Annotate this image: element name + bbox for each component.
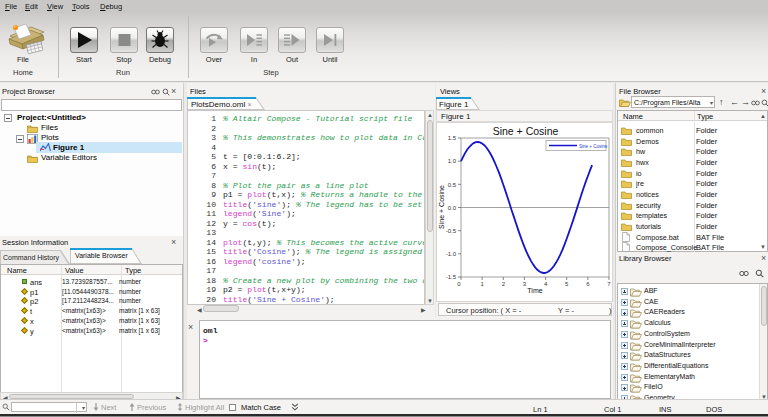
svg-text:Sine + Cosine: Sine + Cosine bbox=[438, 185, 445, 229]
svg-text:5: 5 bbox=[565, 281, 569, 287]
svg-text:Time: Time bbox=[527, 287, 542, 294]
svg-text:6: 6 bbox=[586, 281, 590, 287]
svg-text:2: 2 bbox=[502, 281, 506, 287]
svg-text:1: 1 bbox=[480, 281, 484, 287]
svg-text:7: 7 bbox=[607, 281, 611, 287]
svg-text:3: 3 bbox=[523, 281, 527, 287]
svg-text:Sine + Cosine: Sine + Cosine bbox=[579, 144, 608, 149]
svg-text:0.5: 0.5 bbox=[448, 182, 457, 188]
svg-text:0: 0 bbox=[457, 281, 461, 287]
svg-text:-0.5: -0.5 bbox=[446, 228, 457, 234]
svg-text:1.0: 1.0 bbox=[448, 158, 457, 164]
svg-text:1.5: 1.5 bbox=[448, 135, 457, 141]
svg-text:0.0: 0.0 bbox=[448, 205, 457, 211]
svg-text:-1.5: -1.5 bbox=[446, 274, 457, 280]
svg-text:-1.0: -1.0 bbox=[446, 251, 457, 257]
svg-text:4: 4 bbox=[544, 281, 548, 287]
